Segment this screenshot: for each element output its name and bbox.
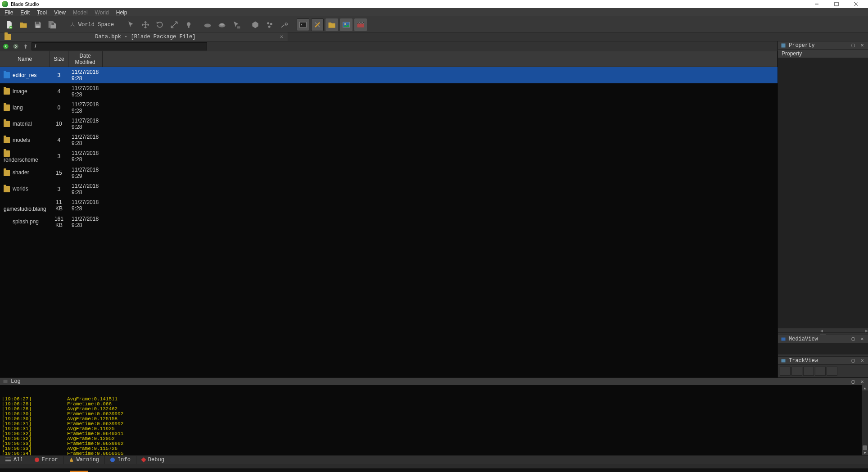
col-size[interactable]: Size: [50, 51, 68, 67]
mediaview-body: [778, 343, 868, 354]
table-row[interactable]: gamestudio.blang11 KB11/27/2018 9:28: [0, 197, 778, 214]
dock-close-icon[interactable]: ✕: [859, 336, 865, 342]
trackview-buttons: [778, 365, 868, 377]
table-row[interactable]: renderscheme311/27/2018 9:28: [0, 148, 778, 165]
track-btn-4[interactable]: [815, 367, 826, 376]
table-row[interactable]: shader1511/27/2018 9:29: [0, 165, 778, 181]
menu-tool[interactable]: Tool: [33, 9, 50, 17]
mesh-button[interactable]: [249, 18, 262, 31]
log-tab-all[interactable]: All: [0, 456, 29, 464]
svg-rect-3: [36, 25, 40, 27]
log-line: [19:06:33]AvgFrame:0.115726: [2, 446, 866, 451]
scale-tool-button[interactable]: [168, 18, 181, 31]
mediaview-dock-title[interactable]: MediaView ▢ ✕: [778, 335, 868, 343]
table-row[interactable]: models411/27/2018 9:28: [0, 132, 778, 148]
menu-edit[interactable]: Edit: [17, 9, 33, 17]
coord-space-display[interactable]: World Space: [65, 22, 118, 28]
log-line: [19:06:27]AvgFrame:0.141511: [2, 397, 866, 402]
log-line: [19:06:31]Frametime:0.0639992: [2, 422, 866, 427]
table-row[interactable]: lang011/27/2018 9:28: [0, 100, 778, 116]
scroll-down-icon[interactable]: ▾: [862, 450, 868, 455]
dock-pin-icon[interactable]: ▢: [850, 336, 856, 342]
folder-icon: [4, 186, 10, 192]
console-button[interactable]: [297, 18, 309, 31]
svg-point-12: [270, 23, 272, 25]
track-btn-5[interactable]: [827, 367, 837, 376]
select-tool-button[interactable]: [125, 18, 137, 31]
property-title-text: Property: [789, 42, 815, 49]
track-btn-3[interactable]: [803, 367, 814, 376]
property-header-text: Property: [782, 50, 802, 57]
svg-rect-10: [237, 26, 240, 28]
table-row[interactable]: editor_res311/27/2018 9:28: [0, 67, 778, 84]
log-scrollbar[interactable]: ▴ ▾: [862, 385, 868, 455]
table-row[interactable]: material1011/27/2018 9:28: [0, 116, 778, 132]
file-icon: [4, 219, 10, 225]
close-button[interactable]: [846, 0, 866, 8]
script-button[interactable]: [311, 18, 324, 31]
col-date[interactable]: Date Modified: [68, 51, 102, 67]
trackview-dock-title[interactable]: TrackView ▢ ✕: [778, 357, 868, 365]
dock-pin-icon[interactable]: ▢: [850, 378, 856, 385]
track-btn-2[interactable]: [791, 367, 802, 376]
dock-pin-icon[interactable]: ▢: [850, 358, 856, 364]
mediaview-icon: [781, 336, 786, 342]
log-line: [19:06:28]AvgFrame:0.132462: [2, 407, 866, 412]
property-body: [778, 58, 868, 328]
table-row[interactable]: splash.png161 KB11/27/2018 9:28: [0, 214, 778, 230]
folder-icon: [4, 137, 10, 143]
col-name[interactable]: Name: [0, 51, 50, 67]
maximize-button[interactable]: [827, 0, 846, 8]
terrain-brush1-button[interactable]: [201, 18, 214, 31]
dock-pin-icon[interactable]: ▢: [850, 42, 856, 49]
log-line: [19:06:32]AvgFrame:0.12052: [2, 436, 866, 441]
svg-rect-14: [300, 22, 307, 27]
package-icon: [5, 34, 11, 40]
new-file-button[interactable]: [3, 18, 15, 31]
log-tab-error[interactable]: Error: [29, 456, 64, 464]
image-viewer-button[interactable]: [340, 18, 353, 31]
dock-close-icon[interactable]: ✕: [859, 378, 865, 385]
light-button[interactable]: [182, 18, 195, 31]
rotate-tool-button[interactable]: [154, 18, 166, 31]
folder-tool-button[interactable]: [326, 18, 338, 31]
log-dock-title[interactable]: Log ▢ ✕: [0, 378, 868, 385]
minimize-button[interactable]: [807, 0, 827, 8]
nav-up-button[interactable]: [22, 42, 30, 50]
menu-help[interactable]: Help: [113, 9, 131, 17]
log-tab-warning[interactable]: Warning: [64, 456, 105, 464]
log-tab-info[interactable]: Info: [105, 456, 136, 464]
scroll-up-icon[interactable]: ▴: [862, 385, 868, 390]
file-icon: [4, 200, 10, 206]
particle-button[interactable]: [263, 18, 276, 31]
log-line: [19:06:30]Frametime:0.0639992: [2, 412, 866, 417]
nav-back-button[interactable]: [2, 42, 10, 50]
paint-tool-button[interactable]: [230, 18, 243, 31]
dock-close-icon[interactable]: ✕: [859, 358, 865, 364]
open-file-button[interactable]: [17, 18, 30, 31]
path-input[interactable]: [32, 42, 207, 50]
save-all-button[interactable]: [46, 18, 59, 31]
terrain-brush2-button[interactable]: [216, 18, 228, 31]
trackview-icon: [781, 358, 786, 363]
dock-close-icon[interactable]: ✕: [859, 42, 865, 49]
tools-button[interactable]: [278, 18, 290, 31]
log-body: [19:06:27]AvgFrame:0.141511[19:06:28]Fra…: [0, 385, 868, 455]
document-tab-active[interactable]: Data.bpk - [Blade Package File] ✕: [0, 32, 288, 41]
document-tab-close-icon[interactable]: ✕: [280, 33, 283, 40]
menu-view[interactable]: View: [50, 9, 69, 17]
save-button[interactable]: [32, 18, 44, 31]
table-row[interactable]: image411/27/2018 9:28: [0, 83, 778, 100]
table-row[interactable]: worlds311/27/2018 9:28: [0, 181, 778, 197]
move-tool-button[interactable]: [139, 18, 152, 31]
nav-forward-button[interactable]: [12, 42, 20, 50]
window-titlebar: Blade Studio: [0, 0, 868, 8]
movie-button[interactable]: [354, 18, 367, 31]
property-dock-title[interactable]: Property ▢ ✕: [778, 41, 868, 50]
svg-point-19: [3, 44, 9, 49]
document-tab-title: Data.bpk - [Blade Package File]: [14, 34, 276, 40]
menu-file[interactable]: File: [1, 9, 17, 17]
log-tab-debug[interactable]: Debug: [136, 456, 170, 464]
track-btn-1[interactable]: [780, 367, 791, 376]
debug-icon: [141, 457, 146, 462]
